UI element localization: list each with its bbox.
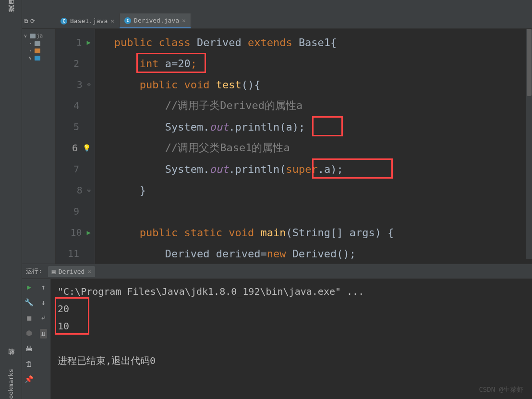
pin-icon[interactable]: 📌	[24, 375, 34, 384]
run-label: 运行:	[26, 267, 42, 276]
tab-label: Base1.java	[70, 17, 108, 24]
java-class-icon: C	[124, 17, 131, 24]
close-icon[interactable]: ×	[87, 268, 91, 275]
project-tree[interactable]: ∨ja › › ∨	[22, 29, 56, 264]
breadcrumb	[22, 0, 532, 13]
line-number: 11	[66, 248, 79, 259]
code-line: }	[95, 180, 532, 201]
close-icon[interactable]: ×	[182, 17, 186, 24]
line-number: 1	[69, 36, 82, 48]
console-cmd: "C:\Program Files\Java\jdk1.8.0_192\bin\…	[58, 283, 525, 300]
line-number: 8	[69, 184, 83, 196]
left-toolwindow-bar: 项目 提交 结构 ookmarks	[0, 0, 22, 399]
print-icon[interactable]: 🖶	[25, 344, 33, 353]
line-number: 4	[66, 100, 79, 111]
project-toolbar: ⧉ ⟳	[22, 13, 56, 28]
bulb-icon[interactable]: 💡	[83, 144, 91, 152]
code-line: public void test(){	[95, 74, 532, 95]
code-editor[interactable]: public class Derived extends Base1{ int …	[95, 29, 532, 264]
tree-root[interactable]: ja	[36, 33, 43, 39]
wrench-icon[interactable]: 🔧	[24, 298, 34, 307]
console-out: 20	[58, 300, 525, 317]
line-number: 10	[69, 227, 82, 238]
wrap-icon[interactable]: ⤶	[40, 314, 47, 322]
bug-icon[interactable]: ⬢	[26, 329, 32, 338]
scroll-thumb[interactable]	[527, 29, 532, 96]
code-line: System.out.println(super.a);	[95, 158, 532, 180]
line-number: 7	[66, 163, 79, 175]
line-number: 9	[66, 206, 79, 217]
project-icon[interactable]: ⧉	[24, 18, 28, 24]
tab-derived[interactable]: C Derived.java ×	[120, 13, 191, 28]
tab-base1[interactable]: C Base1.java ×	[56, 13, 120, 28]
run-icon[interactable]: ▶	[87, 38, 91, 46]
console-exit: 进程已结束,退出代码0	[58, 352, 525, 369]
run-tab-label: Derived	[59, 268, 85, 275]
tab-label: Derived.java	[134, 17, 179, 24]
trash-icon[interactable]: 🗑	[25, 360, 33, 368]
code-line: System.out.println(a);	[95, 116, 532, 137]
code-line: int a=20;	[95, 53, 532, 74]
line-number: 5	[66, 121, 79, 133]
line-number: 6	[64, 142, 78, 154]
scroll-icon[interactable]: ⇊	[40, 329, 47, 339]
close-icon[interactable]: ×	[110, 17, 114, 24]
run-panel: 运行: ▤ Derived × ▶ 🔧 ■ ⬢ 🖶 🗑 📌 ↑	[22, 264, 532, 399]
console-blank	[58, 335, 525, 352]
bookmarks-tool-label[interactable]: ookmarks	[7, 369, 14, 399]
project-sync-icon[interactable]: ⟳	[30, 18, 35, 24]
line-number: 3	[69, 79, 83, 90]
code-line: public class Derived extends Base1{	[95, 32, 532, 53]
rerun-icon[interactable]: ▶	[27, 283, 31, 291]
code-line: //调用父类Base1的属性a	[95, 137, 532, 158]
code-line: public static void main(String[] args) {	[95, 222, 532, 243]
run-tab-icon: ▤	[52, 268, 56, 275]
run-tab[interactable]: ▤ Derived ×	[48, 266, 95, 277]
run-toolbar: ▶ 🔧 ■ ⬢ 🖶 🗑 📌 ↑ ↓ ⤶ ⇊	[22, 279, 51, 399]
up-icon[interactable]: ↑	[41, 283, 46, 291]
line-number: 2	[66, 58, 79, 69]
editor-gutter: 1▶ 2 3⊖ 4 5 6💡 7 8⊖ 9 10▶ 11	[56, 29, 95, 264]
editor-tab-bar: ⧉ ⟳ C Base1.java × C Derived.java ×	[22, 13, 532, 29]
run-icon[interactable]: ▶	[87, 229, 91, 236]
code-line	[95, 201, 532, 222]
console-out: 10	[58, 317, 525, 335]
watermark: CSDN @生菜虾	[479, 386, 523, 394]
java-class-icon: C	[60, 18, 67, 24]
console-output[interactable]: "C:\Program Files\Java\jdk1.8.0_192\bin\…	[51, 279, 532, 399]
code-line: //调用子类Derived的属性a	[95, 95, 532, 116]
fold-close-icon[interactable]: ⊖	[87, 187, 91, 193]
code-line: Derived derived=new Derived();	[95, 243, 532, 264]
stop-icon[interactable]: ■	[27, 314, 31, 322]
fold-icon[interactable]: ⊖	[87, 81, 91, 88]
down-icon[interactable]: ↓	[41, 298, 46, 307]
